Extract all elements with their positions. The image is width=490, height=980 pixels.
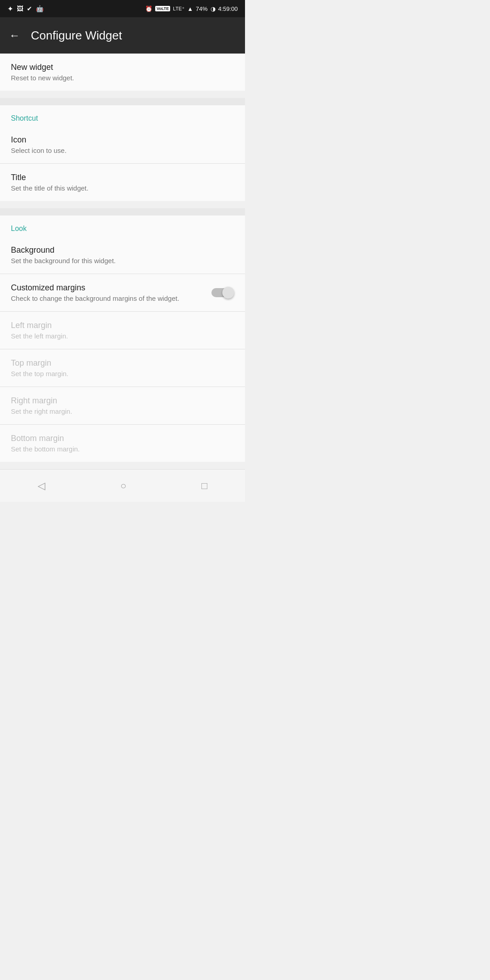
page-title: Configure Widget bbox=[31, 29, 122, 43]
shortcut-section: Shortcut Icon Select icon to use. Title … bbox=[0, 105, 245, 201]
bottom-margin-subtitle: Set the bottom margin. bbox=[11, 445, 234, 453]
toggle-row: Customized margins Check to change the b… bbox=[11, 283, 234, 302]
margins-title: Customized margins bbox=[11, 283, 211, 293]
toggle-thumb bbox=[222, 287, 234, 299]
look-section: Look Background Set the background for t… bbox=[0, 216, 245, 462]
bottom-margin-item: Bottom margin Set the bottom margin. bbox=[0, 425, 245, 462]
divider-2 bbox=[0, 208, 245, 216]
look-label: Look bbox=[11, 225, 27, 232]
shortcut-header: Shortcut bbox=[0, 105, 245, 126]
home-nav-button[interactable]: ○ bbox=[120, 480, 126, 492]
new-widget-section: New widget Reset to new widget. bbox=[0, 54, 245, 91]
margins-subtitle: Check to change the background margins o… bbox=[11, 294, 211, 302]
margins-toggle[interactable] bbox=[211, 286, 234, 299]
back-button[interactable]: ← bbox=[9, 29, 20, 42]
battery-icon: ◑ bbox=[211, 5, 216, 12]
lte-icon: LTE⁺ bbox=[173, 6, 184, 12]
left-margin-item: Left margin Set the left margin. bbox=[0, 312, 245, 349]
icon-subtitle: Select icon to use. bbox=[11, 147, 234, 154]
alarm-icon: ⏰ bbox=[145, 5, 152, 12]
widget-title-title: Title bbox=[11, 173, 234, 182]
divider-1 bbox=[0, 98, 245, 105]
right-margin-title: Right margin bbox=[11, 396, 234, 406]
background-title: Background bbox=[11, 245, 234, 255]
status-bar: ✦ 🖼 ✔ 🤖 ⏰ VoLTE LTE⁺ ▲ 74% ◑ 4:59:00 bbox=[0, 0, 245, 17]
new-widget-subtitle: Reset to new widget. bbox=[11, 74, 234, 82]
status-bar-right: ⏰ VoLTE LTE⁺ ▲ 74% ◑ 4:59:00 bbox=[145, 5, 238, 12]
background-subtitle: Set the background for this widget. bbox=[11, 257, 234, 265]
new-widget-item[interactable]: New widget Reset to new widget. bbox=[0, 54, 245, 91]
customized-margins-item[interactable]: Customized margins Check to change the b… bbox=[0, 274, 245, 312]
time-display: 4:59:00 bbox=[218, 5, 238, 12]
top-margin-item: Top margin Set the top margin. bbox=[0, 349, 245, 387]
app-bar: ← Configure Widget bbox=[0, 17, 245, 54]
top-margin-subtitle: Set the top margin. bbox=[11, 370, 234, 377]
signal-icon: ▲ bbox=[187, 5, 193, 12]
title-item[interactable]: Title Set the title of this widget. bbox=[0, 164, 245, 201]
right-margin-subtitle: Set the right margin. bbox=[11, 407, 234, 415]
bottom-margin-title: Bottom margin bbox=[11, 434, 234, 443]
app-icon-4: 🤖 bbox=[36, 5, 44, 12]
top-margin-title: Top margin bbox=[11, 358, 234, 368]
icon-item[interactable]: Icon Select icon to use. bbox=[0, 126, 245, 164]
volte-badge: VoLTE bbox=[155, 6, 170, 11]
status-bar-left: ✦ 🖼 ✔ 🤖 bbox=[7, 5, 44, 13]
nav-bar: ◁ ○ □ bbox=[0, 469, 245, 502]
icon-title: Icon bbox=[11, 135, 234, 145]
left-margin-title: Left margin bbox=[11, 321, 234, 330]
app-icon-2: 🖼 bbox=[17, 5, 23, 12]
back-nav-button[interactable]: ◁ bbox=[38, 480, 45, 492]
recents-nav-button[interactable]: □ bbox=[201, 480, 207, 492]
background-item[interactable]: Background Set the background for this w… bbox=[0, 236, 245, 274]
widget-title-subtitle: Set the title of this widget. bbox=[11, 184, 234, 192]
look-header: Look bbox=[0, 216, 245, 236]
left-margin-subtitle: Set the left margin. bbox=[11, 332, 234, 340]
toggle-text: Customized margins Check to change the b… bbox=[11, 283, 211, 302]
app-icon-3: ✔ bbox=[27, 5, 32, 12]
right-margin-item: Right margin Set the right margin. bbox=[0, 387, 245, 425]
new-widget-title: New widget bbox=[11, 63, 234, 72]
app-icon-1: ✦ bbox=[7, 5, 13, 13]
content-area: New widget Reset to new widget. Shortcut… bbox=[0, 54, 245, 462]
battery-text: 74% bbox=[196, 5, 208, 12]
shortcut-label: Shortcut bbox=[11, 114, 38, 122]
